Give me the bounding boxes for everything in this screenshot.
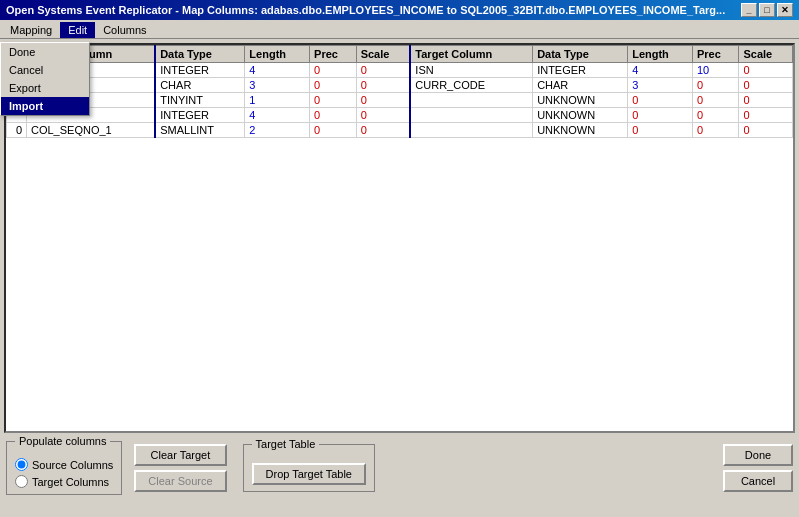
source-datatype-cell: SMALLINT (155, 123, 245, 138)
table-container[interactable]: Source Column Data Type Length Prec Scal… (4, 43, 795, 433)
menu-bar: Mapping Edit Columns Done Cancel Export … (0, 20, 799, 39)
target-datatype-cell: CHAR (533, 78, 628, 93)
dropdown-cancel[interactable]: Cancel (1, 61, 89, 79)
source-scale-cell: 0 (356, 108, 410, 123)
col-source-length: Length (245, 46, 310, 63)
source-prec-cell: 0 (310, 78, 357, 93)
menu-columns[interactable]: Columns (95, 22, 154, 38)
source-scale-cell: 0 (356, 123, 410, 138)
table-row[interactable]: INTEGER400UNKNOWN000 (7, 108, 793, 123)
source-prec-cell: 0 (310, 108, 357, 123)
col-target-length: Length (628, 46, 693, 63)
target-columns-label: Target Columns (32, 476, 109, 488)
target-prec-cell: 0 (692, 78, 739, 93)
target-scale-cell: 0 (739, 93, 793, 108)
close-button[interactable]: ✕ (777, 3, 793, 17)
source-datatype-cell: INTEGER (155, 108, 245, 123)
table-row[interactable]: LDTINYINT100UNKNOWN000 (7, 93, 793, 108)
source-columns-label: Source Columns (32, 459, 113, 471)
target-column-cell (410, 108, 532, 123)
target-columns-radio[interactable] (15, 475, 28, 488)
col-target-scale: Scale (739, 46, 793, 63)
col-source-scale: Scale (356, 46, 410, 63)
minimize-button[interactable]: _ (741, 3, 757, 17)
table-header: Source Column Data Type Length Prec Scal… (7, 46, 793, 63)
target-length-cell: 4 (628, 63, 693, 78)
source-prec-cell: 0 (310, 123, 357, 138)
target-scale-cell: 0 (739, 63, 793, 78)
source-scale-cell: 0 (356, 93, 410, 108)
source-prec-cell: 0 (310, 63, 357, 78)
table-row[interactable]: INTEGER400ISNINTEGER4100 (7, 63, 793, 78)
populate-columns-legend: Populate columns (15, 435, 110, 447)
target-prec-cell: 0 (692, 93, 739, 108)
done-button[interactable]: Done (723, 444, 793, 466)
cancel-button[interactable]: Cancel (723, 470, 793, 492)
maximize-button[interactable]: □ (759, 3, 775, 17)
target-length-cell: 3 (628, 78, 693, 93)
dropdown-import[interactable]: Import (1, 97, 89, 115)
bottom-panel: Populate columns Source Columns Target C… (4, 437, 795, 499)
source-length-cell: 3 (245, 78, 310, 93)
target-scale-cell: 0 (739, 108, 793, 123)
target-scale-cell: 0 (739, 78, 793, 93)
target-table-group: Target Table Drop Target Table (243, 444, 375, 492)
source-length-cell: 2 (245, 123, 310, 138)
source-scale-cell: 0 (356, 63, 410, 78)
table-row[interactable]: 0COL_SEQNO_1SMALLINT200UNKNOWN000 (7, 123, 793, 138)
source-length-cell: 1 (245, 93, 310, 108)
target-scale-cell: 0 (739, 123, 793, 138)
row-num: 0 (7, 123, 27, 138)
source-length-cell: 4 (245, 108, 310, 123)
target-column-cell (410, 123, 532, 138)
target-datatype-cell: UNKNOWN (533, 93, 628, 108)
target-column-cell: ISN (410, 63, 532, 78)
source-datatype-cell: TINYINT (155, 93, 245, 108)
main-content: Source Column Data Type Length Prec Scal… (0, 39, 799, 503)
title-text: Open Systems Event Replicator - Map Colu… (6, 4, 725, 16)
target-prec-cell: 10 (692, 63, 739, 78)
clear-target-button[interactable]: Clear Target (134, 444, 226, 466)
col-target-column: Target Column (410, 46, 532, 63)
col-source-prec: Prec (310, 46, 357, 63)
col-target-datatype: Data Type (533, 46, 628, 63)
target-prec-cell: 0 (692, 108, 739, 123)
target-column-cell (410, 93, 532, 108)
target-datatype-cell: UNKNOWN (533, 108, 628, 123)
source-datatype-cell: INTEGER (155, 63, 245, 78)
dropdown-done[interactable]: Done (1, 43, 89, 61)
target-table-legend: Target Table (252, 438, 320, 450)
menu-edit[interactable]: Edit (60, 22, 95, 38)
clear-source-button[interactable]: Clear Source (134, 470, 226, 492)
source-datatype-cell: CHAR (155, 78, 245, 93)
source-prec-cell: 0 (310, 93, 357, 108)
target-length-cell: 0 (628, 123, 693, 138)
dropdown-export[interactable]: Export (1, 79, 89, 97)
source-length-cell: 4 (245, 63, 310, 78)
edit-dropdown: Done Cancel Export Import (0, 42, 90, 116)
title-bar: Open Systems Event Replicator - Map Colu… (0, 0, 799, 20)
drop-target-table-button[interactable]: Drop Target Table (252, 463, 366, 485)
target-length-cell: 0 (628, 93, 693, 108)
target-datatype-cell: INTEGER (533, 63, 628, 78)
source-column-cell: COL_SEQNO_1 (27, 123, 156, 138)
col-target-prec: Prec (692, 46, 739, 63)
target-length-cell: 0 (628, 108, 693, 123)
source-columns-radio[interactable] (15, 458, 28, 471)
menu-mapping[interactable]: Mapping (2, 22, 60, 38)
target-column-cell: CURR_CODE (410, 78, 532, 93)
col-source-datatype: Data Type (155, 46, 245, 63)
right-buttons: Done Cancel (723, 444, 793, 492)
table-row[interactable]: ECHAR300CURR_CODECHAR300 (7, 78, 793, 93)
target-datatype-cell: UNKNOWN (533, 123, 628, 138)
populate-columns-group: Populate columns Source Columns Target C… (6, 441, 122, 495)
source-scale-cell: 0 (356, 78, 410, 93)
target-prec-cell: 0 (692, 123, 739, 138)
